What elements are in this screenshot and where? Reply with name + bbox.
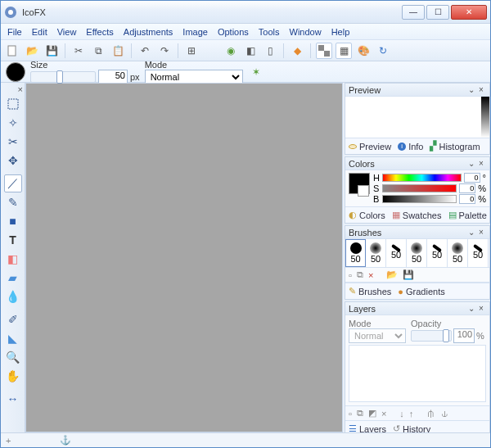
opacity-input[interactable]: 100 — [453, 328, 475, 343]
menu-tools[interactable]: Tools — [259, 27, 280, 37]
dup-brush-icon[interactable]: ⧉ — [357, 269, 363, 280]
hue-slider[interactable] — [382, 174, 462, 182]
brush-tool-icon[interactable]: ／ — [4, 174, 22, 192]
close-button[interactable]: ✕ — [451, 5, 487, 20]
menu-options[interactable]: Options — [218, 27, 249, 37]
menu-effects[interactable]: Effects — [86, 27, 113, 37]
tab-histogram[interactable]: ▞Histogram — [430, 141, 480, 152]
tab-swatches[interactable]: ▦Swatches — [392, 210, 442, 220]
new-layer-icon[interactable]: ▫ — [349, 409, 352, 419]
save-icon[interactable]: 💾 — [43, 43, 60, 59]
brush-item[interactable]: 50 — [448, 239, 468, 267]
opacity-slider[interactable] — [411, 330, 452, 342]
brush-item[interactable]: 50 — [427, 239, 448, 267]
brush-item[interactable]: 50 — [468, 239, 489, 267]
redo-icon[interactable]: ↷ — [156, 43, 173, 59]
zoom-tool-icon[interactable]: 🔍 — [4, 348, 22, 366]
wand-tool-icon[interactable]: ✧ — [4, 114, 22, 132]
pencil-tool-icon[interactable]: ✎ — [4, 193, 22, 211]
canvas[interactable] — [25, 83, 343, 432]
menu-view[interactable]: View — [57, 27, 77, 37]
tab-history[interactable]: ↺History — [393, 423, 430, 432]
apple-icon[interactable] — [203, 43, 219, 59]
minimize-button[interactable]: — — [402, 5, 425, 20]
refresh-icon[interactable]: ↻ — [375, 43, 391, 59]
brush-item[interactable]: 50 — [345, 239, 366, 267]
brush-item[interactable]: 50 — [407, 239, 427, 267]
sat-input[interactable]: 0 — [459, 183, 475, 193]
blur-tool-icon[interactable]: 💧 — [4, 287, 22, 305]
mask-layer-icon[interactable]: ◩ — [368, 408, 376, 419]
panel-collapse-icon[interactable]: ⌄ — [466, 159, 476, 168]
hand-tool-icon[interactable]: ✋ — [4, 367, 22, 385]
menu-file[interactable]: File — [7, 27, 22, 37]
new-icon[interactable] — [4, 43, 20, 59]
android-icon[interactable]: ◉ — [223, 43, 239, 59]
phone-icon[interactable]: ▯ — [262, 43, 278, 59]
merge-icon[interactable]: ⫛ — [426, 409, 435, 419]
tab-palette[interactable]: ▤Palette — [448, 210, 487, 220]
tab-gradients[interactable]: ●Gradients — [398, 287, 444, 296]
checker-icon[interactable] — [316, 43, 332, 59]
paste-icon[interactable]: 📋 — [110, 43, 126, 59]
menu-adjustments[interactable]: Adjustments — [124, 27, 173, 37]
layer-down-icon[interactable]: ↓ — [399, 409, 404, 419]
panel-close-icon[interactable]: × — [476, 159, 486, 168]
layer-mode-select[interactable]: Normal — [349, 328, 406, 343]
object-icon[interactable]: ◆ — [289, 43, 305, 59]
tab-info[interactable]: iInfo — [398, 142, 423, 152]
layer-list[interactable] — [349, 345, 486, 402]
undo-icon[interactable]: ↶ — [137, 43, 153, 59]
marquee-tool-icon[interactable] — [4, 95, 22, 113]
tab-layers[interactable]: ☰Layers — [349, 423, 386, 432]
hue-input[interactable]: 0 — [464, 173, 480, 183]
open-icon[interactable]: 📂 — [24, 43, 40, 59]
preview-scale-icon[interactable] — [481, 97, 489, 138]
menu-image[interactable]: Image — [182, 27, 208, 37]
brush-item[interactable]: 50 — [386, 239, 407, 267]
grid-icon[interactable]: ▦ — [336, 43, 352, 59]
brush-item[interactable]: 50 — [366, 239, 386, 267]
open-brush-icon[interactable]: 📂 — [386, 269, 398, 280]
windows-icon[interactable]: ⊞ — [183, 43, 200, 59]
bri-input[interactable]: 0 — [459, 194, 475, 204]
dup-layer-icon[interactable]: ⧉ — [357, 408, 363, 419]
menu-help[interactable]: Help — [331, 27, 350, 37]
layer-up-icon[interactable]: ↑ — [409, 409, 414, 419]
palette-icon[interactable]: 🎨 — [355, 43, 372, 59]
panel-close-icon[interactable]: × — [476, 304, 486, 313]
panel-collapse-icon[interactable]: ⌄ — [466, 228, 476, 237]
generic-icon[interactable]: ◧ — [242, 43, 259, 59]
panel-close-icon[interactable]: × — [476, 228, 486, 237]
eyedropper-tool-icon[interactable]: ✐ — [4, 310, 22, 328]
panel-collapse-icon[interactable]: ⌄ — [466, 304, 476, 313]
panel-collapse-icon[interactable]: ⌄ — [466, 85, 476, 94]
eraser-tool-icon[interactable]: ◧ — [4, 250, 22, 268]
gradient-tool-icon[interactable]: ▰ — [4, 269, 22, 287]
shuffle-icon[interactable]: ✶ — [248, 64, 264, 80]
status-anchor-icon[interactable]: ⚓ — [60, 435, 71, 446]
bri-slider[interactable] — [382, 195, 457, 203]
text-tool-icon[interactable]: T — [4, 231, 22, 249]
delete-brush-icon[interactable]: × — [368, 270, 373, 280]
tab-colors[interactable]: ◐Colors — [349, 210, 385, 220]
background-swatch[interactable] — [358, 185, 369, 197]
status-add-icon[interactable]: + — [6, 436, 11, 446]
menu-window[interactable]: Window — [290, 27, 322, 37]
foreground-swatch[interactable] — [349, 173, 370, 194]
tab-preview[interactable]: Preview — [349, 142, 391, 152]
size-slider[interactable] — [30, 71, 96, 83]
mode-select[interactable]: Normal — [145, 70, 243, 84]
bucket-tool-icon[interactable]: ◣ — [4, 329, 22, 347]
swap-tool-icon[interactable]: ↔ — [4, 390, 22, 408]
rectangle-tool-icon[interactable]: ■ — [4, 212, 22, 230]
dock-close-icon[interactable]: × — [18, 84, 23, 94]
delete-layer-icon[interactable]: × — [381, 409, 386, 419]
tab-brushes[interactable]: ✎Brushes — [349, 286, 391, 296]
crop-tool-icon[interactable]: ✂ — [4, 133, 22, 151]
sat-slider[interactable] — [382, 184, 457, 192]
panel-close-icon[interactable]: × — [476, 85, 486, 94]
maximize-button[interactable]: ☐ — [426, 5, 449, 20]
flatten-icon[interactable]: ⫝ — [440, 409, 449, 419]
copy-icon[interactable]: ⧉ — [90, 43, 106, 59]
